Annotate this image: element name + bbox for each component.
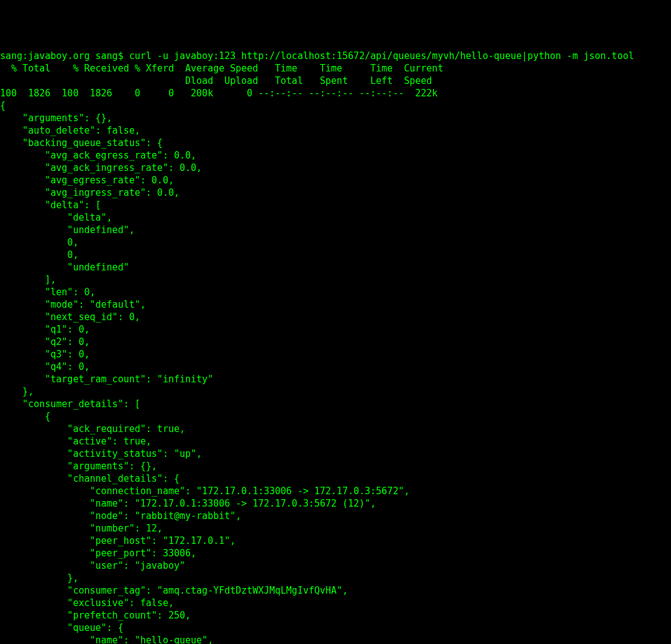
json-output: { "arguments": {}, "auto_delete": false,… xyxy=(0,100,409,644)
terminal-output[interactable]: sang:javaboy.org sang$ curl -u javaboy:1… xyxy=(0,50,671,644)
curl-progress-header-2: Dload Upload Total Spent Left Speed xyxy=(0,75,432,86)
curl-progress-stats: 100 1826 100 1826 0 0 200k 0 --:--:-- --… xyxy=(0,88,437,99)
curl-progress-header-1: % Total % Received % Xferd Average Speed… xyxy=(0,63,443,74)
prompt-line: sang:javaboy.org sang$ curl -u javaboy:1… xyxy=(0,50,634,62)
